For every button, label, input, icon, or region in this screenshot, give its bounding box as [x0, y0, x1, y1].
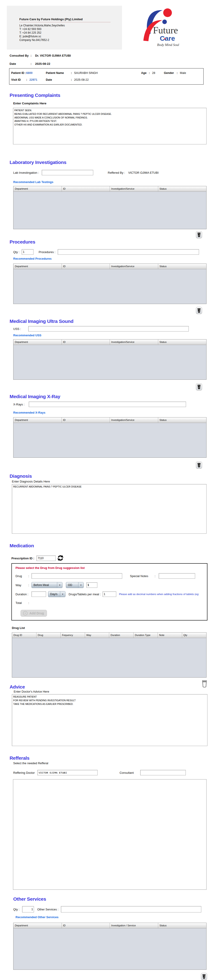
advice-textarea[interactable]: REASSURE PATIENT FOR REVIEW WITH PENDING…	[12, 694, 207, 746]
logo-word-care: Care	[160, 35, 175, 42]
prescription-id-input[interactable]	[37, 555, 56, 561]
logo-tagline: Body Mind Soul	[157, 43, 179, 47]
special-notes-label: Special Notes	[130, 574, 148, 578]
drug-input[interactable]	[32, 573, 122, 579]
gender-value: Male	[180, 72, 186, 75]
drug-list-table-header: Drug ID Drug Fequency Way Duration Durat…	[12, 633, 206, 638]
date-value: 2025-08-22	[35, 62, 50, 65]
chevron-down-icon: ▼	[78, 582, 84, 588]
lab-table: Department ID Investigation/Service Stat…	[13, 186, 207, 229]
referred-by-value: VICTOR OJIMA ETUBI	[128, 171, 159, 174]
consulted-by-value: Dr. VICTOR OJIMA ETUBI	[35, 54, 71, 57]
procedures-input[interactable]	[58, 249, 199, 255]
duration-unit-dropdown[interactable]: Day/s ▼	[48, 591, 66, 597]
frequency-dropdown-value: OD	[66, 582, 78, 588]
column-drug: Drug	[37, 633, 61, 638]
uss-delete-button[interactable]	[196, 383, 202, 390]
add-drug-label: Add Drug	[29, 611, 44, 615]
age-value: 28	[152, 72, 155, 75]
refresh-icon	[58, 555, 63, 561]
heart-icon: ♥	[164, 37, 166, 40]
duration-unit-value: Day/s	[48, 592, 60, 597]
procedures-delete-button[interactable]	[196, 307, 202, 314]
other-services-delete-row	[0, 973, 207, 980]
visit-date-label: Date	[46, 78, 71, 81]
referrals-label: Select the needed Refferal	[13, 762, 212, 765]
recommended-procedures-link[interactable]: Recommended Procedures	[13, 257, 212, 261]
company-email: E: jude@future.sc	[19, 35, 122, 38]
consultant-input[interactable]	[140, 770, 186, 775]
advice-label: Enter Doctor's Advice Here	[14, 690, 212, 694]
column-status: Status	[158, 339, 207, 345]
section-title-laboratory: Laboratory Investigations	[10, 159, 212, 166]
patient-name-label: Patient Name	[46, 72, 71, 75]
colon: :	[31, 54, 35, 57]
colon: :	[28, 584, 32, 587]
other-services-label: Other Services :	[37, 908, 58, 911]
diagnosis-textarea[interactable]: RECURRENT ABDOMINAL PAINS ? PEPTIC ULCER…	[12, 484, 207, 534]
frequency-dropdown[interactable]: OD ▼	[66, 582, 84, 588]
column-department: Department	[13, 264, 62, 269]
special-notes-input[interactable]	[159, 573, 195, 579]
way-dropdown[interactable]: Before Meal ▼	[32, 582, 63, 588]
recommended-other-services-link[interactable]: Recommended Other Services	[16, 915, 212, 919]
colon: :	[31, 62, 35, 65]
letterhead: Future Care by Future Holdings (Pty) Lim…	[7, 6, 205, 49]
recommended-xrays-link[interactable]: Recommended X-Rays	[13, 411, 212, 415]
chevron-down-icon: ▼	[57, 582, 62, 588]
xray-input[interactable]	[29, 402, 186, 407]
referral-list-box[interactable]	[13, 779, 207, 890]
trash-icon	[197, 463, 201, 468]
column-drug-id: Drug ID	[12, 633, 37, 638]
duration-label: Duration :	[16, 593, 32, 596]
column-way: Way	[85, 633, 109, 638]
company-phone-1: T: +24 82 593 593	[19, 27, 122, 31]
column-investigation: Investigation/Service	[110, 339, 158, 345]
referral-input-row: Reffering Doctor Consultant	[13, 770, 212, 776]
referring-doctor-input[interactable]	[37, 770, 98, 775]
lab-investigation-input[interactable]	[42, 170, 93, 175]
prescription-row: Prescription ID :	[11, 555, 212, 562]
recommended-uss-link[interactable]: Recommended USS	[13, 334, 212, 337]
frequency-qty-input[interactable]	[87, 582, 97, 588]
uss-table-body	[13, 345, 206, 380]
age-label: Age	[141, 72, 149, 75]
trash-outline-icon	[201, 680, 207, 687]
procedures-label: Procedures :	[39, 250, 55, 254]
date-label: Date	[10, 62, 31, 65]
uss-input[interactable]	[28, 326, 189, 331]
column-id: ID	[62, 417, 110, 423]
uss-table: Department ID Investigation/Service Stat…	[13, 339, 207, 380]
consult-date-row: Date : 2025-08-22	[10, 62, 212, 66]
other-services-delete-button[interactable]	[201, 973, 207, 980]
trash-icon	[202, 974, 206, 979]
other-services-qty-input[interactable]	[22, 906, 34, 912]
add-drug-button[interactable]: + Add Drug	[21, 610, 47, 617]
per-meal-input[interactable]	[103, 592, 116, 597]
company-address: Le Chainter,Victoria,Mahe,Seychelles	[19, 24, 122, 27]
section-title-xray: Medical Imaging X-Ray	[10, 393, 212, 400]
xray-delete-button[interactable]	[196, 461, 202, 468]
lab-delete-button[interactable]	[196, 231, 202, 238]
column-investigation: Investigation / Service	[110, 923, 158, 928]
procedures-qty-input[interactable]	[22, 249, 34, 255]
company-info: Future Care by Future Holdings (Pty) Lim…	[7, 6, 122, 49]
patient-row-1: Patient ID : 6800 Patient Name : SAURABH…	[11, 71, 203, 75]
drug-list-label: Drug List	[12, 626, 212, 630]
visit-id-value: 22971	[29, 78, 37, 81]
other-services-input[interactable]	[61, 906, 201, 912]
future-care-logo-icon: Future Care ♥ Body Mind Soul	[140, 6, 188, 49]
uss-label: USS :	[13, 327, 21, 331]
other-services-table-header: Department ID Investigation / Service St…	[13, 923, 206, 928]
other-services-qty-label: Qty :	[13, 908, 19, 911]
duration-input[interactable]	[32, 592, 46, 597]
column-status: Status	[158, 264, 207, 269]
refresh-prescription-button[interactable]	[58, 555, 63, 562]
drug-list-delete-button[interactable]	[201, 680, 208, 687]
xray-table-header: Department ID Investigation/Service Stat…	[13, 417, 206, 423]
recommended-lab-testings-link[interactable]: Recommended Lab Testings	[13, 180, 212, 184]
complaints-label: Enter Complaints Here	[13, 102, 212, 106]
total-row: Total :	[16, 600, 207, 606]
complaints-textarea[interactable]: PATIENT SEEN. BEING EVALUATED FOR RECURR…	[13, 108, 207, 145]
section-title-procedures: Procedures	[10, 239, 212, 245]
